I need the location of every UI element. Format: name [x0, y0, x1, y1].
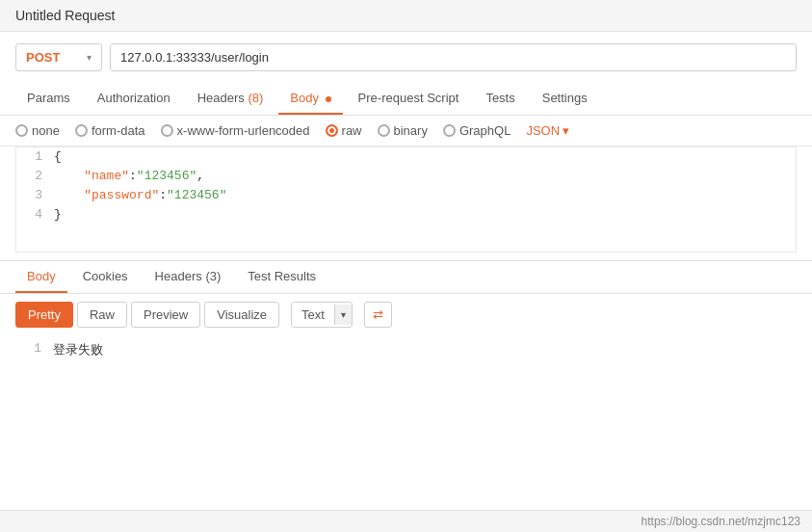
line-content-4: } [50, 205, 65, 225]
tab-tests[interactable]: Tests [474, 83, 526, 115]
tab-headers[interactable]: Headers (8) [186, 83, 275, 115]
line-content-2: "name":"123456", [50, 167, 208, 186]
body-type-raw[interactable]: raw [326, 123, 362, 138]
radio-raw [326, 124, 338, 137]
tab-prerequest[interactable]: Pre-request Script [347, 83, 471, 115]
body-type-urlencoded[interactable]: x-www-form-urlencoded [161, 123, 310, 138]
response-line-num-1: 1 [15, 339, 49, 360]
radio-urlencoded [161, 124, 173, 137]
code-editor[interactable]: 1 { 2 "name":"123456", 3 "password":"123… [15, 146, 797, 253]
code-line-1: 1 { [16, 147, 796, 167]
body-type-graphql-label: GraphQL [459, 123, 511, 138]
title-bar: Untitled Request [0, 0, 812, 32]
code-line-4: 4 } [16, 205, 796, 225]
body-type-formdata-label: form-data [92, 123, 145, 138]
page-title: Untitled Request [15, 8, 116, 23]
format-raw-button[interactable]: Raw [77, 302, 127, 328]
line-content-3: "password":"123456" [50, 186, 230, 205]
response-line-1: 1 登录失败 [15, 339, 797, 360]
response-tab-body[interactable]: Body [15, 261, 67, 293]
body-type-urlencoded-label: x-www-form-urlencoded [177, 123, 310, 138]
wrap-button[interactable]: ⇄ [364, 302, 392, 328]
radio-none [15, 124, 28, 137]
text-dropdown[interactable]: Text ▾ [291, 302, 353, 328]
format-pretty-button[interactable]: Pretty [15, 302, 73, 328]
main-content: POST ▾ Params Authorization Headers (8) … [0, 32, 812, 510]
tab-settings[interactable]: Settings [531, 83, 599, 115]
tab-headers-label: Headers [197, 91, 245, 105]
response-body: 1 登录失败 [0, 335, 812, 510]
response-line-content-1: 登录失败 [49, 339, 107, 360]
response-headers-label: Headers [155, 269, 202, 283]
line-num-3: 3 [16, 186, 50, 205]
method-selector[interactable]: POST ▾ [15, 43, 102, 71]
body-type-none-label: none [32, 123, 60, 138]
response-tabs: Body Cookies Headers (3) Test Results [0, 261, 812, 294]
tab-body[interactable]: Body [278, 83, 342, 115]
response-tab-testresults[interactable]: Test Results [236, 261, 327, 293]
body-type-formdata[interactable]: form-data [75, 123, 145, 138]
radio-graphql [443, 124, 456, 137]
tab-params[interactable]: Params [15, 83, 82, 115]
method-label: POST [26, 50, 60, 65]
line-num-1: 1 [16, 147, 50, 167]
line-content-1: { [50, 147, 65, 167]
request-tabs: Params Authorization Headers (8) Body Pr… [0, 83, 812, 116]
body-dot [326, 96, 331, 102]
body-type-none[interactable]: none [15, 123, 60, 138]
response-format-bar: Pretty Raw Preview Visualize Text ▾ ⇄ [0, 294, 812, 335]
text-dropdown-label: Text [292, 303, 334, 327]
code-line-3: 3 "password":"123456" [16, 186, 796, 205]
tab-body-label: Body [290, 91, 319, 105]
method-arrow-icon: ▾ [87, 52, 92, 63]
body-type-raw-label: raw [342, 123, 362, 138]
radio-binary [378, 124, 390, 137]
tab-authorization[interactable]: Authorization [86, 83, 182, 115]
body-type-binary-label: binary [394, 123, 428, 138]
code-line-2: 2 "name":"123456", [16, 167, 796, 186]
radio-formdata [75, 124, 88, 137]
line-num-4: 4 [16, 205, 50, 225]
response-tab-headers[interactable]: Headers (3) [144, 261, 233, 293]
status-footer: https://blog.csdn.net/mzjmc123 [0, 510, 812, 532]
body-type-row: none form-data x-www-form-urlencoded raw… [0, 116, 812, 146]
response-headers-badge: (3) [205, 269, 221, 283]
json-dropdown[interactable]: JSON ▾ [526, 123, 569, 138]
response-tab-cookies[interactable]: Cookies [71, 261, 140, 293]
footer-url: https://blog.csdn.net/mzjmc123 [642, 515, 800, 528]
json-dropdown-label: JSON [526, 123, 560, 138]
body-type-binary[interactable]: binary [378, 123, 428, 138]
format-preview-button[interactable]: Preview [131, 302, 200, 328]
text-dropdown-arrow-icon[interactable]: ▾ [334, 305, 352, 325]
url-input[interactable] [110, 43, 797, 71]
json-dropdown-arrow-icon: ▾ [563, 123, 569, 138]
line-num-2: 2 [16, 167, 50, 186]
tab-headers-badge: (8) [248, 91, 263, 105]
format-visualize-button[interactable]: Visualize [204, 302, 279, 328]
body-type-graphql[interactable]: GraphQL [443, 123, 511, 138]
url-bar: POST ▾ [0, 32, 812, 83]
